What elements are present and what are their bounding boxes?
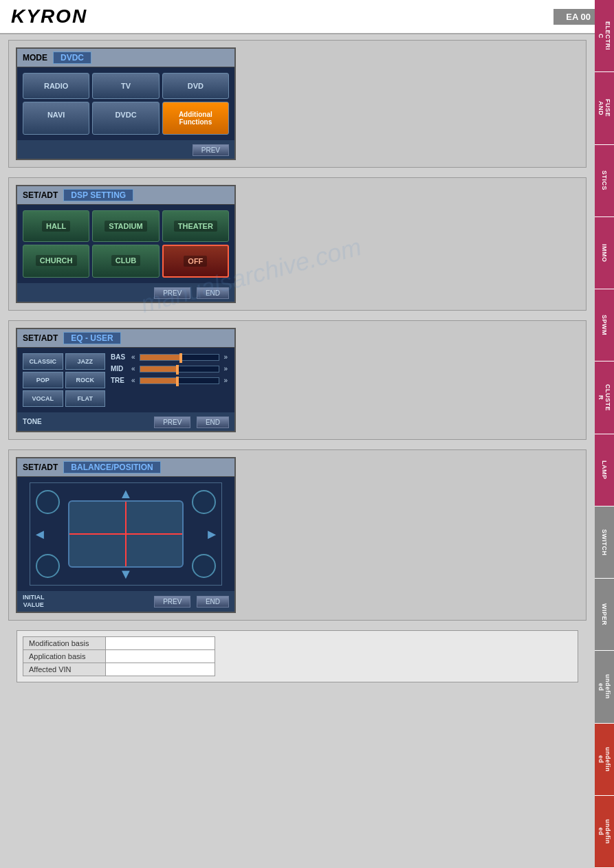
header: KYRON EA 00	[0, 0, 614, 34]
dsp-grid: HALL STADIUM THEATER CHURCH CLUB OFF	[17, 205, 234, 283]
speaker-top-right	[192, 490, 216, 514]
balance-value: BALANCE/POSITION	[63, 461, 160, 474]
sidebar-tab-wiper[interactable]: WIPER	[595, 579, 614, 651]
sidebar-tab-switch[interactable]: SWITCH	[595, 507, 614, 579]
pop-button[interactable]: POP	[23, 372, 63, 388]
bas-left-arrow[interactable]: «	[130, 353, 137, 361]
mode-prev-button[interactable]: PREV	[193, 144, 229, 156]
tre-label: TRE	[111, 377, 127, 384]
initial-bar: INITIALVALUE PREV END	[17, 591, 234, 612]
sidebar-tab-immo[interactable]: IMMO	[595, 217, 614, 289]
hall-button[interactable]: HALL	[23, 210, 89, 242]
sidebar-tab-lamp[interactable]: LAMP	[595, 434, 614, 507]
balance-right-arrow[interactable]: ►	[205, 526, 219, 542]
sidebar-tab-spwm[interactable]: SPWM	[595, 289, 614, 361]
eq-panel: SET/ADT EQ - USER CLASSIC JAZZ POP ROCK …	[8, 320, 586, 440]
crosshair-vertical	[125, 502, 127, 566]
balance-down-arrow[interactable]: ▼	[119, 566, 133, 582]
eq-container: CLASSIC JAZZ POP ROCK VOCAL FLAT BAS «	[17, 348, 234, 412]
sidebar-tab-stics[interactable]: STICS	[595, 145, 614, 217]
table-row: Application basis	[23, 649, 215, 663]
club-button[interactable]: CLUB	[92, 245, 159, 278]
sidebar-tab-cluster[interactable]: CLUSTER	[595, 361, 614, 434]
flat-button[interactable]: FLAT	[65, 390, 106, 407]
mode-grid: RADIO TV DVD NAVI DVDC AdditionalFunctio…	[17, 67, 234, 140]
application-basis-value	[105, 649, 215, 663]
balance-prev-button[interactable]: PREV	[154, 596, 190, 608]
church-button[interactable]: CHURCH	[23, 245, 89, 278]
theater-button[interactable]: THEATER	[162, 210, 229, 242]
table-row: Modification basis	[23, 636, 215, 649]
bottom-section: Modification basis Application basis Aff…	[8, 630, 586, 689]
balance-up-arrow[interactable]: ▲	[119, 486, 133, 502]
modification-basis-label: Modification basis	[23, 636, 106, 649]
navi-button[interactable]: NAVI	[23, 102, 89, 135]
affected-vin-value	[105, 663, 215, 676]
mid-label: MID	[111, 365, 127, 372]
mid-track[interactable]	[140, 366, 220, 372]
bottom-table-container: Modification basis Application basis Aff…	[17, 630, 578, 682]
eq-screen: SET/ADT EQ - USER CLASSIC JAZZ POP ROCK …	[16, 328, 236, 432]
application-basis-label: Application basis	[23, 649, 106, 663]
mode-screen: MODE DVDC RADIO TV DVD NAVI DVDC Additio…	[16, 47, 236, 160]
dsp-screen-header: SET/ADT DSP SETTING	[17, 186, 234, 205]
stadium-button[interactable]: STADIUM	[92, 210, 159, 242]
jazz-button[interactable]: JAZZ	[65, 353, 106, 370]
balance-container: ▲ ▼ ◄ ►	[17, 477, 234, 591]
dsp-end-button[interactable]: END	[197, 287, 229, 299]
mid-right-arrow[interactable]: »	[222, 365, 229, 372]
sidebar-tab-undef1[interactable]: undefined	[595, 651, 614, 723]
mode-prev-bar: PREV	[17, 140, 234, 159]
dvdc-button[interactable]: DVDC	[92, 102, 159, 135]
info-table: Modification basis Application basis Aff…	[23, 636, 215, 676]
balance-end-button[interactable]: END	[197, 596, 229, 608]
speaker-bottom-right	[192, 554, 216, 578]
car-body	[68, 500, 184, 568]
tone-bar: TONE PREV END	[17, 412, 234, 431]
mid-row: MID « »	[111, 365, 229, 372]
eq-presets: CLASSIC JAZZ POP ROCK VOCAL FLAT	[23, 353, 105, 407]
balance-left-arrow[interactable]: ◄	[33, 526, 47, 542]
bas-label: BAS	[111, 353, 127, 361]
dsp-prev-button[interactable]: PREV	[154, 287, 190, 299]
mid-left-arrow[interactable]: «	[130, 365, 137, 372]
bas-track[interactable]	[140, 354, 220, 361]
dsp-value: DSP SETTING	[63, 189, 133, 201]
affected-vin-label: Affected VIN	[23, 663, 106, 676]
initial-value-label[interactable]: INITIALVALUE	[23, 594, 45, 609]
mode-value: DVDC	[53, 52, 91, 64]
tv-button[interactable]: TV	[92, 73, 159, 99]
tre-track[interactable]	[140, 377, 220, 384]
classic-button[interactable]: CLASSIC	[23, 353, 63, 370]
main-content: MODE DVDC RADIO TV DVD NAVI DVDC Additio…	[0, 34, 595, 695]
bas-right-arrow[interactable]: »	[222, 353, 229, 361]
brand-logo: KYRON	[11, 5, 87, 27]
tre-left-arrow[interactable]: «	[130, 377, 137, 384]
table-row: Affected VIN	[23, 663, 215, 676]
balance-screen: SET/ADT BALANCE/POSITION ▲ ▼ ◄ ►	[16, 457, 236, 613]
dsp-setadt-label: SET/ADT	[23, 190, 58, 200]
dsp-screen: SET/ADT DSP SETTING HALL STADIUM THEATER…	[16, 185, 236, 303]
additional-functions-button[interactable]: AdditionalFunctions	[162, 102, 229, 135]
eq-end-button[interactable]: END	[197, 416, 229, 428]
tre-row: TRE « »	[111, 377, 229, 384]
off-button[interactable]: OFF	[162, 245, 229, 278]
eq-sliders: BAS « » MID «	[111, 353, 229, 407]
dvd-button[interactable]: DVD	[162, 73, 229, 99]
eq-prev-button[interactable]: PREV	[154, 416, 190, 428]
sidebar-tab-undef3[interactable]: undefined	[595, 796, 614, 868]
mode-label: MODE	[23, 53, 47, 63]
speaker-bottom-left	[36, 554, 60, 578]
dsp-prev-bar: PREV END	[17, 283, 234, 302]
sidebar-tab-fuse[interactable]: FUSEAND	[595, 72, 614, 144]
sidebar-tab-electric[interactable]: ELECTRIC	[595, 0, 614, 72]
tone-label: TONE	[23, 418, 42, 425]
sidebar-tab-undef2[interactable]: undefined	[595, 724, 614, 796]
rock-button[interactable]: ROCK	[65, 372, 106, 388]
vocal-button[interactable]: VOCAL	[23, 390, 63, 407]
balance-screen-header: SET/ADT BALANCE/POSITION	[17, 458, 234, 477]
mode-screen-header: MODE DVDC	[17, 49, 234, 67]
tre-right-arrow[interactable]: »	[222, 377, 229, 384]
eq-screen-header: SET/ADT EQ - USER	[17, 329, 234, 348]
radio-button[interactable]: RADIO	[23, 73, 89, 99]
